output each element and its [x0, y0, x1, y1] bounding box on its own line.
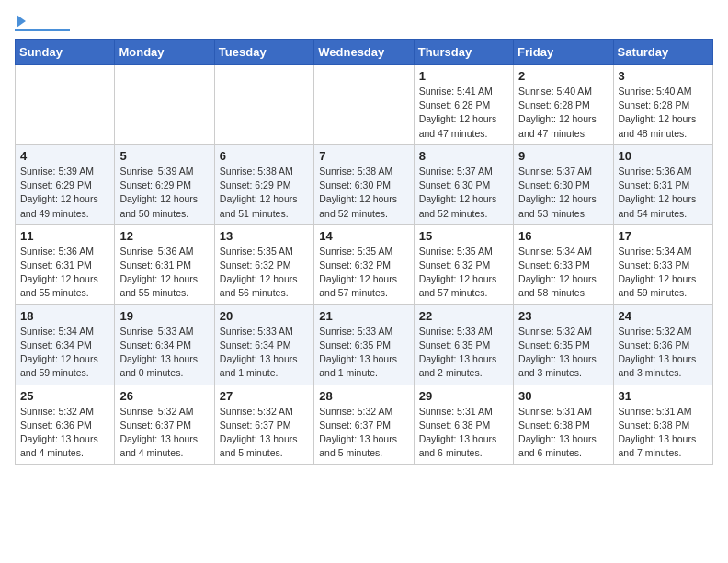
- day-number: 11: [20, 229, 109, 243]
- day-number: 22: [419, 309, 508, 323]
- calendar-cell: 25Sunrise: 5:32 AMSunset: 6:36 PMDayligh…: [16, 385, 115, 465]
- day-number: 27: [220, 389, 309, 403]
- page-header: [15, 15, 713, 31]
- weekday-header-wednesday: Wednesday: [314, 40, 414, 65]
- day-info: Sunrise: 5:32 AMSunset: 6:37 PMDaylight:…: [119, 405, 209, 461]
- day-info: Sunrise: 5:32 AMSunset: 6:37 PMDaylight:…: [220, 405, 309, 461]
- logo: [15, 15, 70, 31]
- day-info: Sunrise: 5:31 AMSunset: 6:38 PMDaylight:…: [419, 405, 508, 461]
- day-info: Sunrise: 5:31 AMSunset: 6:38 PMDaylight:…: [619, 405, 708, 461]
- day-number: 14: [319, 229, 408, 243]
- day-number: 21: [319, 309, 408, 323]
- day-number: 12: [119, 229, 209, 243]
- day-info: Sunrise: 5:39 AMSunset: 6:29 PMDaylight:…: [119, 165, 209, 221]
- day-number: 20: [220, 309, 309, 323]
- weekday-header-friday: Friday: [514, 40, 613, 65]
- logo-underline: [15, 29, 70, 31]
- weekday-header-tuesday: Tuesday: [214, 40, 313, 65]
- day-number: 6: [220, 149, 309, 163]
- calendar-cell: 21Sunrise: 5:33 AMSunset: 6:35 PMDayligh…: [314, 304, 414, 385]
- calendar-cell: 5Sunrise: 5:39 AMSunset: 6:29 PMDaylight…: [115, 144, 214, 224]
- day-number: 19: [119, 309, 209, 323]
- logo-text: [15, 15, 26, 28]
- calendar-cell: [16, 65, 115, 145]
- calendar-cell: [314, 65, 414, 145]
- calendar-cell: [115, 65, 214, 145]
- day-info: Sunrise: 5:34 AMSunset: 6:34 PMDaylight:…: [20, 325, 109, 381]
- calendar-cell: 12Sunrise: 5:36 AMSunset: 6:31 PMDayligh…: [115, 224, 214, 304]
- day-info: Sunrise: 5:31 AMSunset: 6:38 PMDaylight:…: [518, 405, 608, 461]
- day-info: Sunrise: 5:34 AMSunset: 6:33 PMDaylight:…: [518, 245, 608, 301]
- day-info: Sunrise: 5:33 AMSunset: 6:35 PMDaylight:…: [319, 325, 408, 381]
- calendar-cell: 6Sunrise: 5:38 AMSunset: 6:29 PMDaylight…: [214, 144, 313, 224]
- day-number: 4: [20, 149, 109, 163]
- day-number: 26: [119, 389, 209, 403]
- day-info: Sunrise: 5:35 AMSunset: 6:32 PMDaylight:…: [319, 245, 408, 301]
- day-number: 7: [319, 149, 408, 163]
- calendar-table: SundayMondayTuesdayWednesdayThursdayFrid…: [15, 39, 713, 465]
- day-number: 31: [619, 389, 708, 403]
- calendar-cell: 19Sunrise: 5:33 AMSunset: 6:34 PMDayligh…: [115, 304, 214, 385]
- day-info: Sunrise: 5:35 AMSunset: 6:32 PMDaylight:…: [220, 245, 309, 301]
- calendar-cell: 16Sunrise: 5:34 AMSunset: 6:33 PMDayligh…: [514, 224, 613, 304]
- calendar-cell: 29Sunrise: 5:31 AMSunset: 6:38 PMDayligh…: [414, 385, 513, 465]
- day-number: 24: [619, 309, 708, 323]
- day-info: Sunrise: 5:32 AMSunset: 6:36 PMDaylight:…: [619, 325, 708, 381]
- day-info: Sunrise: 5:40 AMSunset: 6:28 PMDaylight:…: [518, 85, 608, 141]
- day-info: Sunrise: 5:37 AMSunset: 6:30 PMDaylight:…: [419, 165, 508, 221]
- day-info: Sunrise: 5:32 AMSunset: 6:35 PMDaylight:…: [518, 325, 608, 381]
- day-info: Sunrise: 5:32 AMSunset: 6:36 PMDaylight:…: [20, 405, 109, 461]
- day-info: Sunrise: 5:38 AMSunset: 6:29 PMDaylight:…: [220, 165, 309, 221]
- day-number: 16: [518, 229, 608, 243]
- day-info: Sunrise: 5:36 AMSunset: 6:31 PMDaylight:…: [20, 245, 109, 301]
- calendar-week-row: 25Sunrise: 5:32 AMSunset: 6:36 PMDayligh…: [16, 385, 713, 465]
- calendar-cell: 22Sunrise: 5:33 AMSunset: 6:35 PMDayligh…: [414, 304, 513, 385]
- calendar-week-row: 4Sunrise: 5:39 AMSunset: 6:29 PMDaylight…: [16, 144, 713, 224]
- calendar-week-row: 1Sunrise: 5:41 AMSunset: 6:28 PMDaylight…: [16, 65, 713, 145]
- calendar-week-row: 11Sunrise: 5:36 AMSunset: 6:31 PMDayligh…: [16, 224, 713, 304]
- calendar-cell: 8Sunrise: 5:37 AMSunset: 6:30 PMDaylight…: [414, 144, 513, 224]
- day-info: Sunrise: 5:38 AMSunset: 6:30 PMDaylight:…: [319, 165, 408, 221]
- calendar-cell: 24Sunrise: 5:32 AMSunset: 6:36 PMDayligh…: [613, 304, 712, 385]
- calendar-cell: 2Sunrise: 5:40 AMSunset: 6:28 PMDaylight…: [514, 65, 613, 145]
- day-info: Sunrise: 5:34 AMSunset: 6:33 PMDaylight:…: [619, 245, 708, 301]
- day-number: 30: [518, 389, 608, 403]
- calendar-cell: 10Sunrise: 5:36 AMSunset: 6:31 PMDayligh…: [613, 144, 712, 224]
- calendar-cell: 18Sunrise: 5:34 AMSunset: 6:34 PMDayligh…: [16, 304, 115, 385]
- day-info: Sunrise: 5:41 AMSunset: 6:28 PMDaylight:…: [419, 85, 508, 141]
- weekday-header-monday: Monday: [115, 40, 214, 65]
- day-number: 25: [20, 389, 109, 403]
- calendar-cell: 28Sunrise: 5:32 AMSunset: 6:37 PMDayligh…: [314, 385, 414, 465]
- calendar-cell: 14Sunrise: 5:35 AMSunset: 6:32 PMDayligh…: [314, 224, 414, 304]
- calendar-cell: 30Sunrise: 5:31 AMSunset: 6:38 PMDayligh…: [514, 385, 613, 465]
- calendar-cell: 20Sunrise: 5:33 AMSunset: 6:34 PMDayligh…: [214, 304, 313, 385]
- calendar-cell: 23Sunrise: 5:32 AMSunset: 6:35 PMDayligh…: [514, 304, 613, 385]
- weekday-header-saturday: Saturday: [613, 40, 712, 65]
- day-info: Sunrise: 5:37 AMSunset: 6:30 PMDaylight:…: [518, 165, 608, 221]
- logo-arrow-icon: [17, 15, 26, 28]
- calendar-cell: 3Sunrise: 5:40 AMSunset: 6:28 PMDaylight…: [613, 65, 712, 145]
- day-number: 13: [220, 229, 309, 243]
- day-info: Sunrise: 5:36 AMSunset: 6:31 PMDaylight:…: [119, 245, 209, 301]
- day-number: 2: [518, 69, 608, 83]
- day-number: 8: [419, 149, 508, 163]
- day-info: Sunrise: 5:32 AMSunset: 6:37 PMDaylight:…: [319, 405, 408, 461]
- day-number: 1: [419, 69, 508, 83]
- calendar-cell: 11Sunrise: 5:36 AMSunset: 6:31 PMDayligh…: [16, 224, 115, 304]
- day-info: Sunrise: 5:39 AMSunset: 6:29 PMDaylight:…: [20, 165, 109, 221]
- day-number: 5: [119, 149, 209, 163]
- day-info: Sunrise: 5:40 AMSunset: 6:28 PMDaylight:…: [619, 85, 708, 141]
- weekday-header-thursday: Thursday: [414, 40, 513, 65]
- day-info: Sunrise: 5:36 AMSunset: 6:31 PMDaylight:…: [619, 165, 708, 221]
- calendar-cell: 15Sunrise: 5:35 AMSunset: 6:32 PMDayligh…: [414, 224, 513, 304]
- day-number: 10: [619, 149, 708, 163]
- calendar-cell: 7Sunrise: 5:38 AMSunset: 6:30 PMDaylight…: [314, 144, 414, 224]
- weekday-header-sunday: Sunday: [16, 40, 115, 65]
- day-number: 15: [419, 229, 508, 243]
- day-number: 23: [518, 309, 608, 323]
- calendar-cell: 27Sunrise: 5:32 AMSunset: 6:37 PMDayligh…: [214, 385, 313, 465]
- day-number: 9: [518, 149, 608, 163]
- calendar-cell: 9Sunrise: 5:37 AMSunset: 6:30 PMDaylight…: [514, 144, 613, 224]
- day-number: 29: [419, 389, 508, 403]
- day-number: 17: [619, 229, 708, 243]
